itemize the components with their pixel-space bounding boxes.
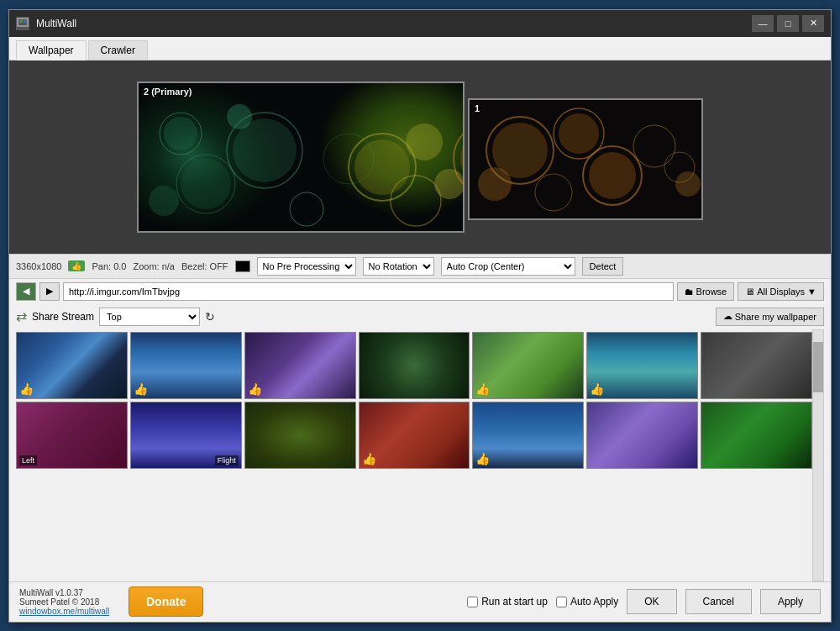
grid-item[interactable]: Flight bbox=[130, 402, 242, 469]
auto-apply-checkbox[interactable] bbox=[556, 597, 567, 607]
apply-button[interactable]: Apply bbox=[760, 589, 821, 614]
preview-area: 2 (Primary) bbox=[9, 60, 831, 254]
image-grid: 👍 👍 👍 👍 👍 bbox=[16, 329, 812, 471]
ok-button[interactable]: OK bbox=[627, 589, 676, 614]
app-version: MultiWall v1.0.37 bbox=[19, 588, 120, 597]
bezel-label: Bezel: OFF bbox=[181, 261, 228, 271]
rotation-select[interactable]: No Rotation 90° 180° 270° bbox=[363, 257, 434, 276]
maximize-button[interactable]: □ bbox=[777, 15, 799, 32]
svg-point-33 bbox=[589, 152, 636, 199]
app-icon bbox=[16, 17, 29, 30]
status-bar: 3360x1080 👍 Pan: 0.0 Zoom: n/a Bezel: OF… bbox=[9, 254, 831, 279]
svg-rect-2 bbox=[24, 20, 27, 23]
forward-icon: ▶ bbox=[46, 286, 53, 297]
tab-wallpaper[interactable]: Wallpaper bbox=[16, 40, 87, 60]
grid-item[interactable]: 👍 bbox=[16, 332, 128, 399]
preprocessing-select[interactable]: No Pre Processing Stretch Fit Fill bbox=[257, 257, 356, 276]
svg-point-35 bbox=[478, 167, 512, 201]
monitor-primary[interactable]: 2 (Primary) bbox=[137, 82, 465, 233]
liked-badge: 👍 bbox=[68, 260, 85, 271]
url-bar: ◀ ▶ 🖿 Browse 🖥 All Displays ▼ bbox=[9, 279, 831, 304]
grid-item[interactable]: 👍 bbox=[472, 332, 584, 399]
monitor-icon: 🖥 bbox=[745, 287, 754, 297]
like-icon: 👍 bbox=[475, 382, 490, 396]
svg-point-19 bbox=[406, 124, 443, 160]
title-bar: MultiWall — □ ✕ bbox=[9, 10, 831, 37]
grid-item[interactable] bbox=[701, 332, 812, 399]
like-icon: 👍 bbox=[590, 382, 604, 396]
monitor-primary-label: 2 (Primary) bbox=[144, 87, 192, 97]
item-label: Flight bbox=[215, 455, 239, 465]
share-stream-label: Share Stream bbox=[32, 311, 94, 323]
item-label: Left bbox=[19, 455, 37, 465]
app-author: Sumeet Patel © 2018 bbox=[19, 597, 120, 607]
svg-rect-1 bbox=[19, 20, 23, 23]
footer: MultiWall v1.0.37 Sumeet Patel © 2018 wi… bbox=[9, 581, 831, 622]
svg-point-17 bbox=[354, 139, 410, 195]
monitor-container: 2 (Primary) bbox=[137, 82, 703, 233]
main-content: 2 (Primary) bbox=[9, 60, 831, 622]
like-icon: 👍 bbox=[134, 382, 148, 396]
folder-icon: 🖿 bbox=[685, 287, 694, 297]
window-title: MultiWall bbox=[36, 18, 752, 29]
like-icon: 👍 bbox=[362, 452, 376, 465]
resolution-label: 3360x1080 bbox=[16, 261, 61, 271]
stream-bar: ⇄ Share Stream Top Bottom Left Right ↻ ☁… bbox=[9, 304, 831, 329]
scrollbar[interactable] bbox=[812, 329, 824, 581]
tab-crawler[interactable]: Crawler bbox=[88, 40, 148, 60]
grid-item[interactable]: 👍 bbox=[244, 332, 356, 399]
like-icon: 👍 bbox=[19, 382, 34, 396]
back-button[interactable]: ◀ bbox=[16, 282, 36, 301]
dropdown-icon: ▼ bbox=[807, 287, 816, 297]
run-at-startup-checkbox[interactable] bbox=[467, 597, 478, 607]
monitor-secondary-bg bbox=[470, 100, 701, 218]
minimize-button[interactable]: — bbox=[752, 15, 774, 32]
monitor-secondary[interactable]: 1 bbox=[468, 98, 703, 220]
monitor-primary-bg bbox=[139, 83, 463, 231]
grid-item[interactable]: 👍 bbox=[586, 332, 698, 399]
grid-item[interactable]: 👍 bbox=[130, 332, 242, 399]
svg-point-13 bbox=[227, 104, 252, 129]
cancel-button[interactable]: Cancel bbox=[685, 589, 752, 614]
shuffle-icon[interactable]: ⇄ bbox=[16, 308, 27, 324]
svg-point-37 bbox=[675, 171, 701, 197]
auto-apply-label[interactable]: Auto Apply bbox=[556, 596, 618, 607]
monitor-secondary-label: 1 bbox=[475, 103, 480, 113]
share-wallpaper-button[interactable]: ☁ Share my wallpaper bbox=[716, 308, 824, 326]
run-at-startup-label[interactable]: Run at start up bbox=[467, 596, 548, 607]
scrollbar-thumb[interactable] bbox=[813, 342, 823, 392]
grid-area: 👍 👍 👍 👍 👍 bbox=[9, 329, 831, 581]
grid-item[interactable] bbox=[244, 402, 356, 469]
footer-info: MultiWall v1.0.37 Sumeet Patel © 2018 wi… bbox=[19, 588, 120, 616]
share-icon: ☁ bbox=[723, 311, 732, 322]
detect-button[interactable]: Detect bbox=[582, 257, 624, 276]
pan-label: Pan: 0.0 bbox=[92, 261, 126, 271]
url-input[interactable] bbox=[63, 282, 674, 301]
all-displays-button[interactable]: 🖥 All Displays ▼ bbox=[738, 282, 824, 301]
zoom-label: Zoom: n/a bbox=[133, 261, 175, 271]
grid-item[interactable] bbox=[586, 402, 698, 469]
grid-item[interactable]: 👍 bbox=[359, 402, 470, 469]
image-grid-scroll[interactable]: 👍 👍 👍 👍 👍 bbox=[16, 329, 812, 581]
browse-button[interactable]: 🖿 Browse bbox=[677, 282, 735, 301]
grid-item[interactable] bbox=[701, 402, 812, 469]
close-button[interactable]: ✕ bbox=[802, 15, 824, 32]
svg-point-7 bbox=[181, 159, 231, 209]
back-icon: ◀ bbox=[23, 286, 29, 297]
grid-item[interactable]: 👍 bbox=[472, 402, 584, 469]
svg-point-11 bbox=[164, 117, 197, 150]
window-controls: — □ ✕ bbox=[752, 15, 824, 32]
svg-point-15 bbox=[149, 186, 179, 216]
main-window: MultiWall — □ ✕ Wallpaper Crawler 2 (Pri… bbox=[8, 9, 832, 623]
bezel-color-swatch[interactable] bbox=[235, 260, 250, 272]
website-link[interactable]: windowbox.me/multiwall bbox=[19, 607, 120, 616]
forward-button[interactable]: ▶ bbox=[39, 282, 60, 301]
grid-item[interactable] bbox=[359, 332, 470, 399]
like-icon: 👍 bbox=[475, 452, 490, 465]
svg-point-31 bbox=[559, 113, 599, 154]
crop-select[interactable]: Auto Crop (Center) Auto Crop (Top) Auto … bbox=[441, 257, 575, 276]
position-select[interactable]: Top Bottom Left Right bbox=[99, 308, 200, 326]
grid-item[interactable]: Left bbox=[16, 402, 128, 469]
donate-button[interactable]: Donate bbox=[129, 586, 203, 617]
refresh-icon[interactable]: ↻ bbox=[205, 310, 215, 323]
